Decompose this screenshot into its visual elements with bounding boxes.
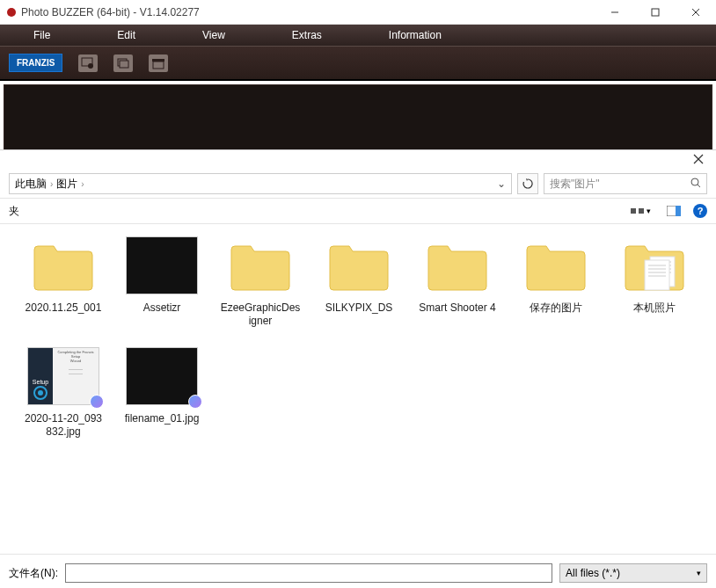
file-thumb xyxy=(616,235,693,296)
svg-rect-1 xyxy=(652,9,659,16)
refresh-icon xyxy=(522,178,533,189)
dialog-bottom-row: 文件名(N): All files (*.*) ▾ xyxy=(0,554,716,588)
svg-line-13 xyxy=(698,185,700,187)
file-thumb xyxy=(25,235,102,296)
organize-label[interactable]: 夹 xyxy=(9,204,19,219)
file-type-filter[interactable]: All files (*.*) ▾ xyxy=(559,563,707,583)
search-icon xyxy=(690,178,701,191)
search-placeholder: 搜索"图片" xyxy=(550,177,600,192)
view-mode-button[interactable]: ▾ xyxy=(627,205,654,217)
svg-rect-21 xyxy=(645,260,669,290)
refresh-button[interactable] xyxy=(517,173,538,194)
svg-rect-15 xyxy=(676,206,681,216)
filter-label: All files (*.*) xyxy=(566,567,620,579)
brand-badge: FRANZIS xyxy=(9,54,62,72)
maximize-button[interactable] xyxy=(635,0,676,25)
file-thumb xyxy=(517,235,595,296)
clapper-icon xyxy=(151,57,165,69)
svg-point-12 xyxy=(691,178,698,185)
app-titlebar: Photo BUZZER (64-bit) - V1.14.02277 xyxy=(0,0,716,25)
file-item[interactable]: 本机照片 xyxy=(614,235,695,328)
file-label: SILKYPIX_DS xyxy=(318,301,399,315)
toolbar-preview-icon[interactable] xyxy=(78,54,98,72)
file-label: 2020.11.25_001 xyxy=(23,301,104,315)
dialog-toolbar: 夹 ▾ ? xyxy=(0,198,716,224)
breadcrumb-root[interactable]: 此电脑 xyxy=(15,177,47,192)
media-badge-icon xyxy=(90,395,104,409)
preview-pane-button[interactable] xyxy=(663,204,684,218)
filename-input[interactable] xyxy=(65,563,552,583)
file-item[interactable]: SILKYPIX_DS xyxy=(318,235,399,328)
close-icon xyxy=(693,154,704,164)
filename-label: 文件名(N): xyxy=(9,566,58,581)
file-label: 本机照片 xyxy=(614,301,695,315)
file-label: Smart Shooter 4 xyxy=(417,301,498,315)
media-badge-icon xyxy=(188,395,202,409)
minimize-button[interactable] xyxy=(595,0,635,25)
file-thumb xyxy=(222,235,299,296)
images-icon xyxy=(116,57,130,69)
close-icon xyxy=(691,8,700,17)
file-label: 保存的图片 xyxy=(515,301,596,315)
chevron-down-icon: ▾ xyxy=(697,569,701,577)
svg-rect-7 xyxy=(120,61,128,68)
file-item[interactable]: filename_01.jpg xyxy=(121,345,202,439)
file-item[interactable]: EzeeGraphicDesigner xyxy=(220,235,301,328)
file-open-dialog: 此电脑 › 图片 › ⌄ 搜索"图片" 夹 ▾ ? xyxy=(0,149,716,588)
file-label: 2020-11-20_093832.jpg xyxy=(23,412,104,439)
file-item[interactable]: SetupCompleting the Franzis SetupWizard—… xyxy=(23,345,104,439)
minimize-icon xyxy=(610,8,619,17)
file-list[interactable]: 2020.11.25_001Assetizr EzeeGraphicDesign… xyxy=(0,224,716,554)
grid-icon xyxy=(631,208,636,214)
menu-file[interactable]: File xyxy=(0,29,84,41)
dialog-nav-row: 此电脑 › 图片 › ⌄ 搜索"图片" xyxy=(0,170,716,198)
dialog-titlebar xyxy=(0,150,716,170)
svg-rect-9 xyxy=(152,59,164,62)
breadcrumb-folder[interactable]: 图片 xyxy=(56,177,77,192)
toolbar-save-icon[interactable] xyxy=(113,54,133,72)
app-menubar: File Edit View Extras Information xyxy=(0,25,716,46)
help-button[interactable]: ? xyxy=(693,204,707,218)
file-thumb xyxy=(320,235,398,296)
menu-extras[interactable]: Extras xyxy=(259,29,355,41)
file-thumb xyxy=(123,345,201,407)
chevron-down-icon: ▾ xyxy=(647,207,651,215)
app-title: Photo BUZZER (64-bit) - V1.14.02277 xyxy=(21,6,595,18)
chevron-right-icon: › xyxy=(81,179,84,189)
file-thumb xyxy=(419,235,496,296)
toolbar-slate-icon[interactable] xyxy=(149,54,168,72)
menu-information[interactable]: Information xyxy=(355,29,475,41)
panel-icon xyxy=(667,206,681,216)
svg-rect-8 xyxy=(153,62,164,69)
file-label: Assetizr xyxy=(121,301,202,315)
file-label: EzeeGraphicDesigner xyxy=(220,301,301,328)
file-thumb xyxy=(123,235,201,296)
file-item[interactable]: 2020.11.25_001 xyxy=(23,235,104,328)
chevron-right-icon: › xyxy=(50,179,53,189)
maximize-icon xyxy=(651,8,660,17)
file-item[interactable]: Smart Shooter 4 xyxy=(417,235,498,328)
close-button[interactable] xyxy=(676,0,716,25)
dialog-close-button[interactable] xyxy=(688,150,709,170)
app-icon xyxy=(7,8,16,17)
file-label: filename_01.jpg xyxy=(121,412,202,425)
file-item[interactable]: 保存的图片 xyxy=(515,235,596,328)
search-input[interactable]: 搜索"图片" xyxy=(544,173,707,194)
file-item[interactable]: Assetizr xyxy=(121,235,202,328)
help-icon: ? xyxy=(698,206,704,216)
menu-edit[interactable]: Edit xyxy=(84,29,169,41)
breadcrumb[interactable]: 此电脑 › 图片 › ⌄ xyxy=(9,173,512,194)
app-workspace xyxy=(4,84,712,151)
app-toolbar: FRANZIS xyxy=(0,46,716,81)
menu-view[interactable]: View xyxy=(169,29,259,41)
svg-point-27 xyxy=(38,390,43,396)
chevron-down-icon[interactable]: ⌄ xyxy=(497,178,506,190)
file-thumb: SetupCompleting the Franzis SetupWizard—… xyxy=(25,345,102,407)
svg-point-5 xyxy=(88,63,93,69)
image-eye-icon xyxy=(81,57,95,69)
